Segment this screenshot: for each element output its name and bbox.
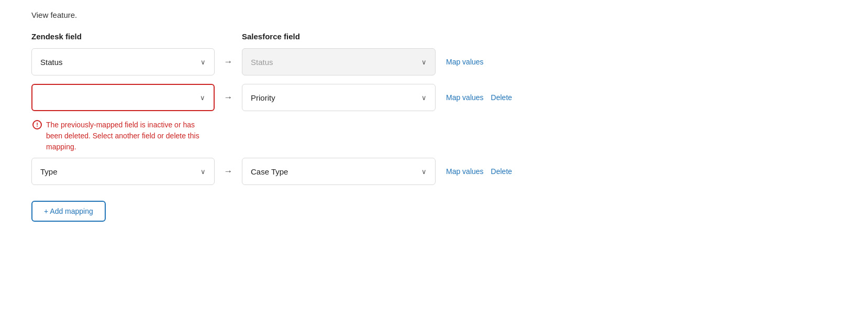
arrow-icon-row-status: → bbox=[215, 48, 242, 75]
actions-row-priority: Map valuesDelete bbox=[436, 84, 512, 111]
view-feature-note: View feature. bbox=[31, 10, 837, 19]
map-values-button-row-priority[interactable]: Map values bbox=[446, 93, 484, 102]
zendesk-chevron-icon-row-priority: ∨ bbox=[200, 94, 205, 102]
mappings-container: Status∨→Status∨Map values∨→Priority∨Map … bbox=[31, 48, 837, 185]
zendesk-select-row-status[interactable]: Status∨ bbox=[31, 48, 215, 75]
error-icon-row-priority: ! bbox=[32, 120, 42, 129]
zendesk-col-header: Zendesk field bbox=[31, 32, 215, 41]
salesforce-chevron-icon-row-status: ∨ bbox=[421, 58, 427, 66]
mapping-row-row-type: Type∨→Case Type∨Map valuesDelete bbox=[31, 158, 837, 185]
salesforce-select-label-row-priority: Priority bbox=[251, 93, 275, 102]
column-headers: Zendesk field Salesforce field bbox=[31, 32, 837, 41]
zendesk-chevron-icon-row-status: ∨ bbox=[201, 58, 206, 66]
zendesk-select-row-priority[interactable]: ∨ bbox=[31, 84, 215, 111]
mapping-group-row-priority: ∨→Priority∨Map valuesDelete!The previous… bbox=[31, 84, 837, 153]
mapping-row-row-priority: ∨→Priority∨Map valuesDelete bbox=[31, 84, 837, 111]
salesforce-select-row-priority[interactable]: Priority∨ bbox=[242, 84, 436, 111]
actions-row-status: Map values bbox=[436, 48, 484, 75]
salesforce-select-row-type[interactable]: Case Type∨ bbox=[242, 158, 436, 185]
mapping-row-row-status: Status∨→Status∨Map values bbox=[31, 48, 837, 75]
salesforce-select-row-status[interactable]: Status∨ bbox=[242, 48, 436, 75]
mapping-group-row-type: Type∨→Case Type∨Map valuesDelete bbox=[31, 158, 837, 185]
zendesk-select-row-type[interactable]: Type∨ bbox=[31, 158, 215, 185]
add-mapping-button[interactable]: + Add mapping bbox=[31, 201, 106, 222]
salesforce-chevron-icon-row-priority: ∨ bbox=[421, 94, 427, 102]
salesforce-select-label-row-type: Case Type bbox=[251, 167, 288, 176]
salesforce-col-header: Salesforce field bbox=[242, 32, 300, 41]
mapping-group-row-status: Status∨→Status∨Map values bbox=[31, 48, 837, 75]
delete-button-row-priority[interactable]: Delete bbox=[491, 93, 512, 102]
salesforce-select-label-row-status: Status bbox=[251, 58, 273, 67]
error-row-row-priority: !The previously-mapped field is inactive… bbox=[31, 119, 837, 153]
error-text-row-priority: The previously-mapped field is inactive … bbox=[46, 119, 208, 153]
zendesk-select-label-row-type: Type bbox=[40, 167, 58, 176]
arrow-icon-row-type: → bbox=[215, 158, 242, 185]
actions-row-type: Map valuesDelete bbox=[436, 158, 512, 185]
zendesk-chevron-icon-row-type: ∨ bbox=[201, 168, 206, 176]
delete-button-row-type[interactable]: Delete bbox=[491, 167, 512, 176]
salesforce-chevron-icon-row-type: ∨ bbox=[421, 168, 427, 176]
arrow-icon-row-priority: → bbox=[215, 84, 242, 111]
zendesk-select-label-row-status: Status bbox=[40, 58, 63, 67]
map-values-button-row-status[interactable]: Map values bbox=[446, 58, 484, 66]
map-values-button-row-type[interactable]: Map values bbox=[446, 167, 484, 176]
